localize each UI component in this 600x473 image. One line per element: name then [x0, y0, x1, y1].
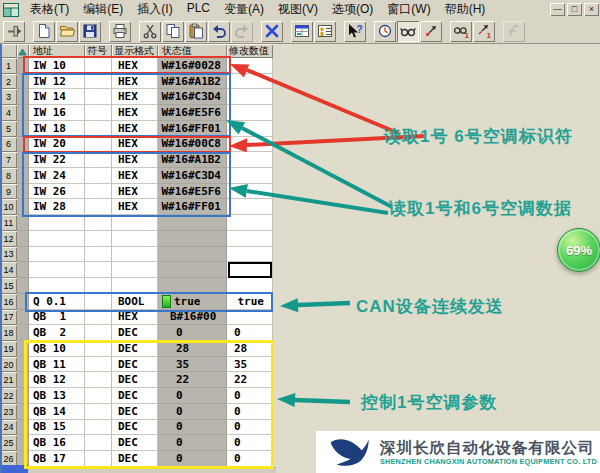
- cell-status-value[interactable]: W#16#A1B2: [158, 152, 227, 168]
- cell-modify-value[interactable]: [227, 137, 273, 153]
- cell-format[interactable]: HEX: [112, 105, 158, 121]
- menu-item-7[interactable]: 选项(O): [325, 0, 380, 19]
- cell-format[interactable]: BOOL: [112, 294, 158, 310]
- cell-status-value[interactable]: 0: [158, 388, 227, 404]
- cell-format[interactable]: [112, 262, 158, 278]
- menu-item-8[interactable]: 窗口(W): [380, 0, 437, 19]
- minimize-button[interactable]: —: [550, 3, 565, 16]
- cut-button[interactable]: [139, 21, 161, 42]
- row-number[interactable]: 1: [0, 58, 17, 74]
- cell-symbol[interactable]: [85, 152, 112, 168]
- cell-status-value[interactable]: B#16#00: [158, 310, 227, 326]
- row-number[interactable]: 12: [0, 231, 17, 247]
- cell-format[interactable]: HEX: [112, 152, 158, 168]
- cell-address[interactable]: QB14: [29, 404, 85, 420]
- cell-address[interactable]: QB16: [29, 435, 85, 451]
- cell-modify-value[interactable]: [227, 74, 273, 90]
- cell-status-value[interactable]: W#16#A1B2: [158, 74, 227, 90]
- cell-modify-value[interactable]: 0: [227, 451, 273, 467]
- save-button[interactable]: [79, 21, 101, 42]
- cell-address[interactable]: [29, 215, 85, 231]
- cell-address[interactable]: [29, 231, 85, 247]
- row-number[interactable]: 6: [0, 137, 17, 153]
- app-icon[interactable]: [3, 3, 19, 17]
- column-header-modify-value[interactable]: 修改数值: [227, 44, 273, 58]
- cell-status-value[interactable]: 0: [158, 451, 227, 467]
- cell-status-value[interactable]: W#16#E5F6: [158, 105, 227, 121]
- column-header-format[interactable]: 显示格式: [112, 44, 158, 58]
- cell-status-value[interactable]: W#16#0028: [158, 58, 227, 74]
- sort-corner-icon[interactable]: [17, 44, 29, 58]
- menu-item-6[interactable]: 视图(V): [271, 0, 325, 19]
- trigger-clock-button[interactable]: [374, 21, 396, 42]
- cell-address[interactable]: Q0.1: [29, 294, 85, 310]
- row-number[interactable]: 9: [0, 184, 17, 200]
- cell-symbol[interactable]: [85, 247, 112, 263]
- cell-symbol[interactable]: [85, 451, 112, 467]
- cell-modify-value[interactable]: 28: [227, 341, 273, 357]
- cell-symbol[interactable]: [85, 137, 112, 153]
- cell-modify-value[interactable]: true: [227, 294, 273, 310]
- cell-format[interactable]: DEC: [112, 451, 158, 467]
- paste-button[interactable]: [185, 21, 207, 42]
- modify-once-button[interactable]: 1: [473, 21, 495, 42]
- cell-status-value[interactable]: [158, 278, 227, 294]
- cell-status-value[interactable]: 0: [158, 420, 227, 436]
- cell-status-value[interactable]: W#16#FF01: [158, 121, 227, 137]
- cell-format[interactable]: HEX: [112, 121, 158, 137]
- cell-format[interactable]: DEC: [112, 325, 158, 341]
- cell-format[interactable]: [112, 247, 158, 263]
- row-number[interactable]: 22: [0, 388, 17, 404]
- cell-address[interactable]: IW10: [29, 58, 85, 74]
- row-number[interactable]: 7: [0, 152, 17, 168]
- column-header-status-value[interactable]: 状态值: [158, 44, 227, 58]
- menu-item-3[interactable]: 插入(I): [130, 0, 179, 19]
- cell-status-value[interactable]: [158, 247, 227, 263]
- cell-modify-value[interactable]: [227, 121, 273, 137]
- cell-format[interactable]: DEC: [112, 341, 158, 357]
- row-number[interactable]: 14: [0, 262, 17, 278]
- cell-modify-value[interactable]: [227, 105, 273, 121]
- cell-status-value[interactable]: 0: [158, 404, 227, 420]
- cell-status-value[interactable]: W#16#00C8: [158, 137, 227, 153]
- row-number[interactable]: 13: [0, 247, 17, 263]
- cell-modify-value[interactable]: [227, 168, 273, 184]
- row-number[interactable]: 20: [0, 357, 17, 373]
- cell-address[interactable]: QB13: [29, 388, 85, 404]
- cell-modify-value[interactable]: [227, 89, 273, 105]
- row-number[interactable]: 21: [0, 372, 17, 388]
- undo-button[interactable]: [208, 21, 230, 42]
- cell-symbol[interactable]: [85, 105, 112, 121]
- force-values-button[interactable]: [503, 21, 525, 42]
- cell-symbol[interactable]: [85, 278, 112, 294]
- row-number[interactable]: 11: [0, 215, 17, 231]
- cell-address[interactable]: [29, 278, 85, 294]
- cell-symbol[interactable]: [85, 121, 112, 137]
- cell-cursor[interactable]: [228, 262, 272, 278]
- cell-format[interactable]: [112, 231, 158, 247]
- menu-item-9[interactable]: 帮助(H): [438, 0, 493, 19]
- cell-address[interactable]: IW18: [29, 121, 85, 137]
- table-address-button[interactable]: [291, 21, 313, 42]
- cell-address[interactable]: IW22: [29, 152, 85, 168]
- cell-format[interactable]: [112, 215, 158, 231]
- redo-button[interactable]: [231, 21, 253, 42]
- column-header-address[interactable]: 地址: [29, 44, 85, 58]
- cell-address[interactable]: IW16: [29, 105, 85, 121]
- cell-symbol[interactable]: [85, 168, 112, 184]
- cell-modify-value[interactable]: [227, 184, 273, 200]
- cell-address[interactable]: QB2: [29, 325, 85, 341]
- row-number[interactable]: 2: [0, 74, 17, 90]
- cell-status-value[interactable]: W#16#C3D4: [158, 168, 227, 184]
- cell-format[interactable]: HEX: [112, 168, 158, 184]
- cell-format[interactable]: HEX: [112, 310, 158, 326]
- row-number[interactable]: 24: [0, 420, 17, 436]
- cell-symbol[interactable]: [85, 325, 112, 341]
- cell-modify-value[interactable]: 0: [227, 420, 273, 436]
- cell-format[interactable]: HEX: [112, 74, 158, 90]
- cell-address[interactable]: [29, 247, 85, 263]
- cell-address[interactable]: IW26: [29, 184, 85, 200]
- cell-format[interactable]: HEX: [112, 137, 158, 153]
- row-number[interactable]: 3: [0, 89, 17, 105]
- cell-symbol[interactable]: [85, 404, 112, 420]
